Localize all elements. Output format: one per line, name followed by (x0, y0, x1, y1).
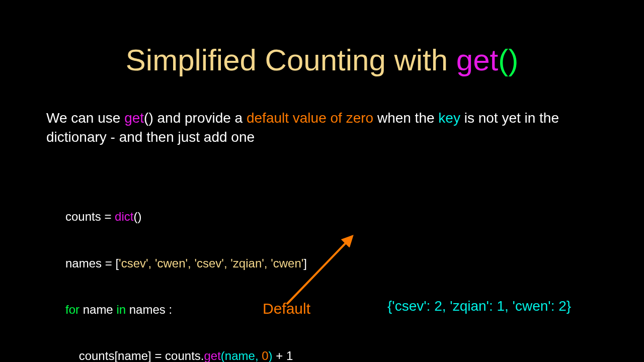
output-text: {'csev': 2, 'zqian': 1, 'cwen': 2} (387, 298, 571, 314)
default-label: Default (263, 300, 310, 317)
arrow-icon (267, 229, 367, 312)
desc-part-2: () and provide a (144, 110, 247, 126)
desc-part-3: when the (373, 110, 438, 126)
title-parens: () (498, 43, 518, 77)
description-paragraph: We can use get() and provide a default v… (46, 109, 604, 147)
code-line-4: counts[name] = counts.get(name, 0) + 1 (65, 348, 307, 362)
desc-get: get (124, 110, 144, 126)
title-text: Simplified Counting with (126, 43, 456, 77)
code-line-1: counts = dict() (65, 209, 307, 225)
desc-part-1: We can use (46, 110, 124, 126)
slide-title: Simplified Counting with get() (0, 43, 644, 77)
desc-default: default value of zero (247, 110, 373, 126)
title-get: get (456, 43, 498, 77)
desc-key: key (438, 110, 460, 126)
svg-line-1 (287, 236, 352, 304)
